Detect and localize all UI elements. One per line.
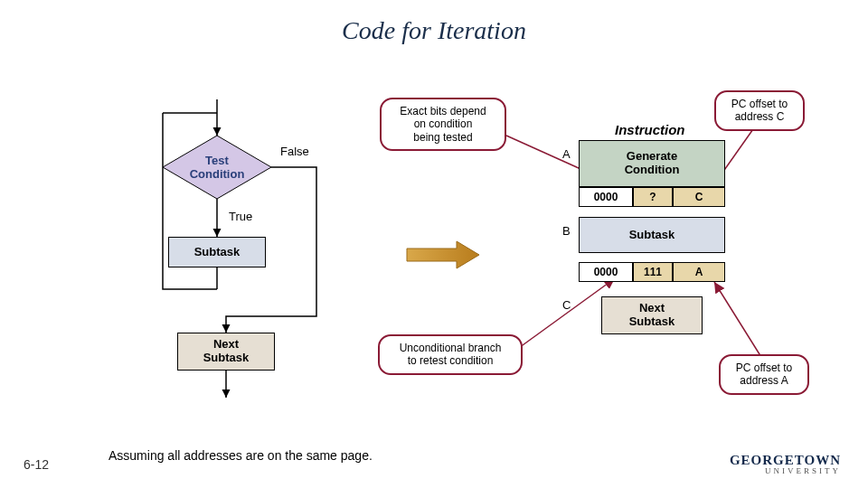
slide-number: 6-12 — [24, 457, 49, 472]
logo-line2: UNIVERSITY — [730, 467, 841, 475]
label-false: False — [280, 145, 309, 158]
label-B: B — [562, 224, 571, 238]
label-true: True — [229, 210, 252, 223]
flowchart-svg — [0, 0, 868, 488]
block-generate-condition: Generate Condition — [579, 140, 725, 187]
row2-cell-target: A — [673, 262, 725, 282]
label-C: C — [562, 298, 571, 312]
svg-marker-6 — [407, 241, 479, 268]
diagram-stage: Test Condition False True Subtask Next S… — [0, 0, 868, 488]
row1-cell-opcode: 0000 — [579, 187, 633, 207]
annot-exact-bits: Exact bits depend on condition being tes… — [380, 98, 506, 151]
row1-cell-target: C — [673, 187, 725, 207]
label-A: A — [562, 147, 571, 161]
university-logo: GEORGETOWN UNIVERSITY — [730, 454, 841, 475]
label-instruction: Instruction — [615, 122, 685, 137]
annot-pc-offset-c: PC offset to address C — [714, 90, 805, 131]
decision-test-condition: Test Condition — [185, 152, 249, 184]
row2-cell-cond: 111 — [633, 262, 673, 282]
logo-line1: GEORGETOWN — [730, 454, 841, 467]
row2-cell-opcode: 0000 — [579, 262, 633, 282]
row1-cell-cond: ? — [633, 187, 673, 207]
block-next-subtask-right: Next Subtask — [601, 296, 703, 334]
annot-pc-offset-a: PC offset to address A — [719, 354, 809, 395]
svg-line-9 — [506, 278, 615, 357]
box-subtask: Subtask — [168, 237, 266, 267]
svg-line-10 — [714, 282, 764, 361]
block-subtask-right: Subtask — [579, 217, 725, 253]
box-next-subtask: Next Subtask — [177, 333, 275, 371]
footer-note: Assuming all addresses are on the same p… — [108, 448, 373, 463]
annot-uncond-branch: Unconditional branch to retest condition — [378, 334, 523, 375]
